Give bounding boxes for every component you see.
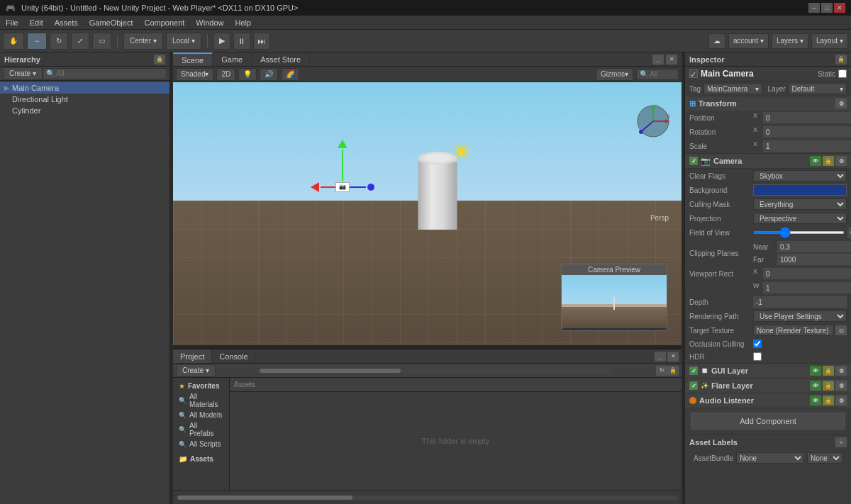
menu-help[interactable]: Help — [229, 16, 257, 29]
tab-game[interactable]: Game — [213, 52, 252, 66]
camera-eye[interactable]: 👁 — [810, 156, 821, 166]
projection-dropdown[interactable]: Perspective — [753, 213, 847, 224]
center-toggle[interactable]: Center ▾ — [123, 33, 163, 50]
hierarchy-lock[interactable]: 🔒 — [154, 55, 165, 65]
audio-listener-header[interactable]: Audio Listener 👁 🔒 ⚙ — [685, 393, 851, 408]
gui-layer-enabled[interactable]: ✓ — [689, 366, 698, 375]
scene-view[interactable]: ☀ 📷 — [173, 82, 682, 345]
menu-file[interactable]: File — [0, 16, 24, 29]
tab-asset-store[interactable]: Asset Store — [252, 52, 310, 66]
hierarchy-create[interactable]: Create ▾ — [3, 67, 43, 80]
vp-w[interactable] — [763, 282, 851, 293]
gizmos-dropdown[interactable]: Gizmos ▾ — [596, 68, 633, 81]
transform-header[interactable]: ⊞ Transform ⚙ — [685, 96, 851, 111]
menu-gameobject[interactable]: GameObject — [84, 16, 139, 29]
scene-lights[interactable]: 💡 — [238, 68, 257, 81]
tab-scene[interactable]: Scene — [173, 52, 213, 66]
scene-search[interactable] — [636, 69, 679, 80]
hierarchy-item-cylinder[interactable]: ▶ Cylinder — [0, 105, 169, 116]
asset-bundle-dropdown1[interactable]: None — [736, 452, 804, 464]
camera-transform-gizmo[interactable]: 📷 — [335, 182, 350, 192]
layer-dropdown[interactable]: Default ▾ — [789, 83, 847, 94]
hierarchy-item-directional-light[interactable]: ▶ Directional Light — [0, 94, 169, 105]
project-minimize[interactable]: _ — [655, 352, 666, 362]
gui-layer-lock[interactable]: 🔒 — [823, 366, 834, 376]
maximize-button[interactable]: □ — [821, 3, 833, 13]
camera-enabled[interactable]: ✓ — [689, 157, 698, 165]
audio-listener-settings[interactable]: ⚙ — [835, 396, 847, 405]
occlusion-checkbox[interactable] — [753, 340, 762, 348]
pos-x[interactable] — [763, 112, 851, 123]
tag-dropdown[interactable]: MainCamera ▾ — [703, 83, 762, 94]
flare-layer-lock[interactable]: 🔒 — [823, 381, 834, 391]
add-component-button[interactable]: Add Component — [691, 413, 845, 430]
pause-button[interactable]: ⏸ — [233, 33, 250, 50]
camera-settings[interactable]: ⚙ — [835, 156, 847, 166]
depth-input[interactable] — [753, 296, 847, 308]
menu-edit[interactable]: Edit — [24, 16, 49, 29]
tab-project[interactable]: Project — [173, 349, 212, 363]
cylinder-object[interactable] — [418, 152, 457, 230]
shading-dropdown[interactable]: Shaded ▾ — [176, 68, 213, 81]
sidebar-all-prefabs[interactable]: 🔍 All Prefabs — [173, 420, 229, 439]
object-active-checkbox[interactable]: ✓ — [689, 69, 698, 78]
project-folder-sync[interactable]: ↻ — [656, 366, 667, 376]
flare-layer-eye[interactable]: 👁 — [810, 381, 821, 391]
menu-assets[interactable]: Assets — [49, 16, 84, 29]
sidebar-all-materials[interactable]: 🔍 All Materials — [173, 391, 229, 410]
flare-layer-header[interactable]: ✓ ✨ Flare Layer 👁 🔒 ⚙ — [685, 379, 851, 393]
clip-far-input[interactable] — [777, 254, 851, 265]
camera-header[interactable]: ✓ 📷 Camera 👁 🔒 ⚙ — [685, 154, 851, 169]
project-create[interactable]: Create ▾ — [176, 364, 216, 377]
fov-slider[interactable] — [753, 231, 845, 234]
audio-listener-lock[interactable]: 🔒 — [823, 396, 834, 405]
menu-component[interactable]: Component — [138, 16, 190, 29]
scene-close[interactable]: ✕ — [666, 55, 677, 65]
rot-x[interactable] — [763, 126, 851, 138]
tab-console[interactable]: Console — [212, 349, 255, 363]
asset-bundle-dropdown2[interactable]: None — [807, 452, 842, 464]
camera-lock[interactable]: 🔒 — [823, 156, 834, 166]
hand-tool[interactable]: ✋ — [3, 33, 24, 50]
layers-dropdown[interactable]: Layers ▾ — [772, 33, 808, 49]
local-toggle[interactable]: Local ▾ — [166, 33, 201, 50]
camera-object[interactable]: 📷 — [335, 182, 350, 192]
culling-mask-dropdown[interactable]: Everything — [753, 198, 847, 210]
cloud-button[interactable]: ☁ — [708, 33, 725, 49]
rotate-tool[interactable]: ↻ — [50, 33, 68, 50]
background-color-swatch[interactable] — [753, 184, 847, 196]
account-dropdown[interactable]: account ▾ — [728, 33, 769, 49]
flare-layer-enabled[interactable]: ✓ — [689, 381, 698, 390]
play-button[interactable]: ▶ — [213, 33, 230, 50]
scene-minimize[interactable]: _ — [652, 55, 664, 65]
transform-settings[interactable]: ⚙ — [835, 99, 847, 108]
vp-x[interactable] — [763, 268, 851, 279]
close-button[interactable]: ✕ — [834, 3, 845, 13]
scene-audio[interactable]: 🔊 — [260, 68, 278, 81]
scene-effects[interactable]: 🌈 — [281, 68, 299, 81]
clear-flags-dropdown[interactable]: Skybox — [753, 170, 847, 181]
move-tool[interactable]: ↔ — [27, 33, 47, 50]
target-texture-select[interactable]: ◎ — [835, 325, 847, 335]
flare-layer-settings[interactable]: ⚙ — [835, 381, 847, 391]
audio-listener-eye[interactable]: 👁 — [810, 396, 821, 405]
scale-x[interactable] — [763, 140, 851, 152]
2d-toggle[interactable]: 2D — [216, 68, 235, 81]
sidebar-all-models[interactable]: 🔍 All Models — [173, 410, 229, 420]
static-checkbox[interactable] — [838, 69, 847, 78]
clip-near-input[interactable] — [777, 241, 851, 252]
fov-input[interactable] — [847, 227, 851, 238]
gui-layer-settings[interactable]: ⚙ — [835, 366, 847, 376]
sidebar-assets-root[interactable]: 📁 Assets — [173, 454, 229, 464]
menu-window[interactable]: Window — [190, 16, 229, 29]
minimize-button[interactable]: ─ — [808, 3, 820, 13]
asset-labels-btn[interactable]: + — [835, 437, 847, 447]
inspector-lock[interactable]: 🔒 — [835, 55, 847, 65]
gui-layer-eye[interactable]: 👁 — [810, 366, 821, 376]
sidebar-all-scripts[interactable]: 🔍 All Scripts — [173, 439, 229, 449]
gui-layer-header[interactable]: ✓ 🔲 GUI Layer 👁 🔒 ⚙ — [685, 364, 851, 379]
project-close[interactable]: ✕ — [667, 352, 679, 362]
hierarchy-search[interactable] — [43, 68, 167, 79]
layout-dropdown[interactable]: Layout ▾ — [811, 33, 848, 49]
step-button[interactable]: ⏭ — [253, 33, 270, 50]
